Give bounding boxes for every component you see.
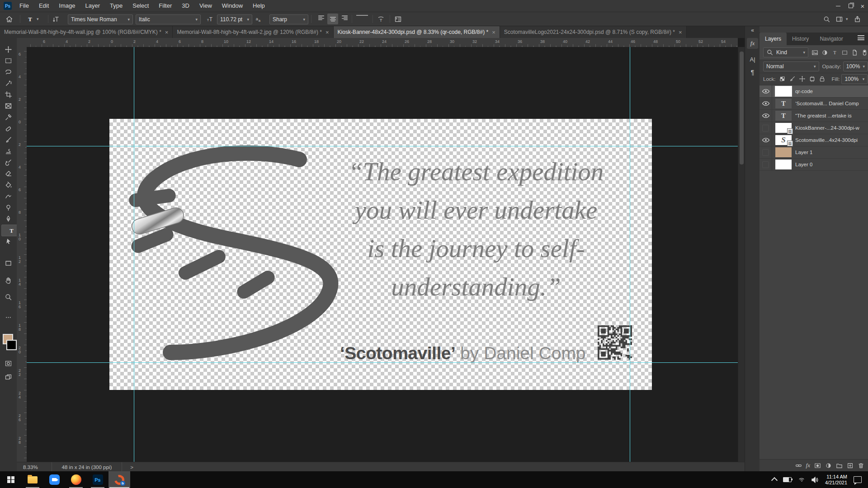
filter-toggle-icon[interactable]	[861, 49, 868, 56]
path-selection-tool[interactable]	[1, 236, 15, 247]
warp-text-icon[interactable]: T	[377, 12, 385, 26]
panel-menu-icon[interactable]	[858, 35, 864, 40]
menu-type[interactable]: Type	[105, 0, 127, 12]
tab-close-icon[interactable]: ×	[492, 29, 495, 36]
add-mask-icon[interactable]	[814, 462, 821, 469]
start-button[interactable]	[0, 471, 22, 488]
layer-visibility-eye-icon[interactable]	[760, 110, 772, 122]
layer-visibility-empty[interactable]	[760, 122, 772, 134]
layer-visibility-empty[interactable]	[760, 146, 772, 158]
quick-mask-icon[interactable]	[1, 358, 15, 369]
menu-window[interactable]: Window	[217, 0, 248, 12]
eyedropper-tool[interactable]	[1, 112, 15, 122]
text-color-swatch[interactable]	[356, 15, 368, 16]
guide-vertical[interactable]	[134, 47, 134, 462]
layer-row[interactable]: Layer 1	[760, 146, 868, 159]
layer-style-icon[interactable]: fx	[806, 462, 810, 469]
restore-button[interactable]	[844, 0, 857, 12]
clone-stamp-tool[interactable]	[1, 145, 15, 156]
delete-layer-icon[interactable]	[858, 462, 864, 469]
new-group-icon[interactable]	[836, 462, 843, 469]
lock-position-icon[interactable]	[799, 75, 806, 82]
magic-wand-tool[interactable]	[1, 78, 15, 89]
filter-type-icon[interactable]: T	[831, 49, 838, 56]
layer-visibility-eye-icon[interactable]	[760, 85, 772, 97]
clock[interactable]: 11:14 AM4/21/2021	[825, 474, 847, 486]
layer-thumbnail[interactable]	[775, 147, 792, 157]
align-right-icon[interactable]	[339, 12, 350, 23]
volume-icon[interactable]	[811, 477, 819, 483]
move-tool[interactable]	[1, 44, 15, 55]
pen-tool[interactable]	[1, 213, 15, 224]
effects-panel-icon[interactable]: fx	[747, 38, 758, 49]
align-left-icon[interactable]	[316, 12, 326, 23]
tab-close-icon[interactable]: ×	[165, 29, 169, 36]
menu-layer[interactable]: Layer	[80, 0, 105, 12]
layer-row[interactable]: Layer 0	[760, 159, 868, 171]
brush-tool[interactable]	[1, 134, 15, 145]
dodge-tool[interactable]	[1, 202, 15, 213]
lock-artboard-icon[interactable]	[809, 75, 816, 82]
adjustment-layer-icon[interactable]	[825, 462, 832, 469]
menu-help[interactable]: Help	[248, 0, 270, 12]
document-canvas[interactable]: “The greatest expeditionyou will ever un…	[109, 119, 652, 390]
layer-thumbnail[interactable]: T	[775, 111, 792, 121]
new-layer-icon[interactable]	[847, 462, 854, 469]
layer-row[interactable]: T‘Scotomavill... Daniel Comp	[760, 98, 868, 110]
firefox-icon[interactable]	[65, 471, 87, 488]
marquee-tool[interactable]	[1, 55, 15, 66]
gradient-tool[interactable]	[1, 179, 15, 190]
smudge-tool[interactable]	[1, 191, 15, 202]
menu-edit[interactable]: Edit	[34, 0, 54, 12]
edit-toolbar-tool[interactable]	[1, 312, 15, 323]
battery-icon[interactable]	[783, 477, 792, 482]
close-button[interactable]: ×	[857, 0, 868, 12]
text-orientation-icon[interactable]	[52, 12, 60, 26]
minimize-button[interactable]	[832, 0, 844, 12]
filter-image-icon[interactable]	[811, 49, 818, 56]
search-icon[interactable]	[823, 12, 830, 26]
menu-view[interactable]: View	[194, 0, 217, 12]
link-layers-icon[interactable]	[795, 462, 802, 469]
panel-tab-layers[interactable]: Layers	[760, 33, 787, 45]
file-explorer-icon[interactable]	[22, 471, 43, 488]
collapse-dock-icon[interactable]: «	[745, 27, 760, 33]
screen-mode-icon[interactable]	[1, 371, 15, 382]
zoom-tool[interactable]	[1, 291, 15, 302]
layer-row[interactable]: T“The greatest ...ertake is	[760, 110, 868, 122]
status-chevron-icon[interactable]: >	[130, 465, 133, 470]
zoom-app-icon[interactable]	[43, 471, 65, 488]
toggle-panels-icon[interactable]	[394, 12, 402, 26]
layer-row[interactable]: qr-code	[760, 85, 868, 98]
guide-horizontal[interactable]	[27, 362, 738, 363]
tray-chevron-icon[interactable]	[772, 477, 777, 483]
filter-kind-select[interactable]: Kind▾	[763, 47, 808, 57]
layer-visibility-eye-icon[interactable]	[760, 134, 772, 146]
vertical-scrollbar[interactable]	[738, 47, 745, 462]
lasso-tool[interactable]	[1, 66, 15, 77]
menu-3d[interactable]: 3D	[177, 0, 194, 12]
guide-vertical[interactable]	[630, 47, 630, 462]
layer-thumbnail[interactable]: T	[775, 99, 792, 108]
shape-tool[interactable]	[1, 258, 15, 268]
canvas-viewport[interactable]: “The greatest expeditionyou will ever un…	[27, 47, 738, 462]
document-tab-3[interactable]: Kiosk-Banner-48x24-300dpi.psd @ 8.33% (q…	[334, 26, 500, 38]
hand-tool[interactable]	[1, 275, 15, 286]
layer-row[interactable]: S▨Scotomaville...4x24-300dpi	[760, 134, 868, 146]
character-panel-icon[interactable]: A|	[745, 56, 760, 63]
lock-transparency-icon[interactable]	[779, 75, 786, 82]
zoom-level-field[interactable]: 8.33%	[23, 465, 38, 470]
layer-row[interactable]: ▨KioskBanner-...24-300dpi-w	[760, 122, 868, 134]
crop-tool[interactable]	[1, 89, 15, 100]
align-center-icon[interactable]	[327, 14, 338, 24]
document-tab-4[interactable]: ScotomavilleLogo2021-24x24-300dpi.psd @ …	[500, 26, 687, 38]
menu-filter[interactable]: Filter	[154, 0, 177, 12]
menu-file[interactable]: File	[14, 0, 34, 12]
action-center-icon[interactable]	[854, 476, 862, 483]
workspace-icon[interactable]: ▾	[835, 12, 848, 26]
background-color-swatch[interactable]	[6, 340, 17, 350]
home-icon[interactable]	[5, 12, 13, 26]
filter-shape-icon[interactable]	[841, 49, 848, 56]
font-size-select[interactable]: 110.72 pt▾	[217, 14, 252, 24]
frame-tool[interactable]	[1, 100, 15, 111]
